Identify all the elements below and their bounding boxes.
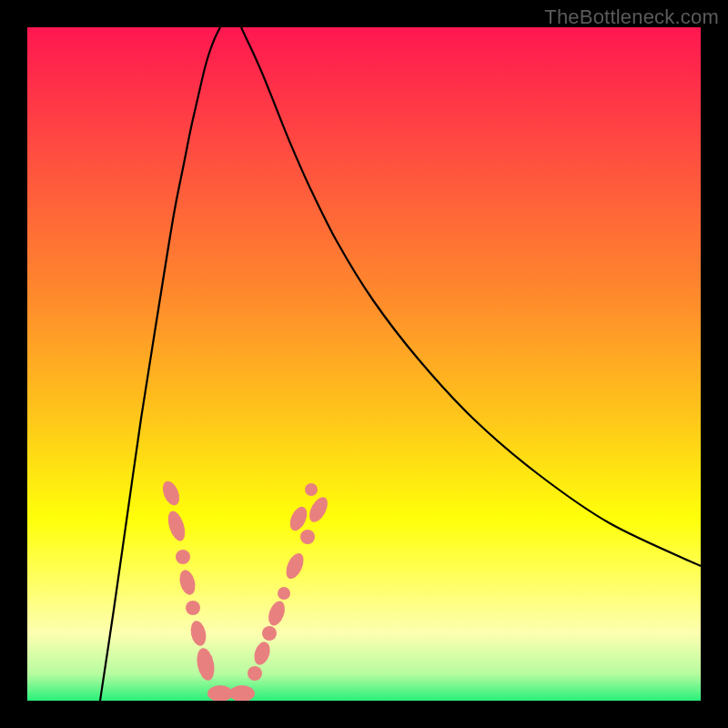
chart-frame: TheBottleneck.com (0, 0, 728, 728)
data-marker (262, 626, 277, 641)
left-curve (100, 27, 220, 701)
data-marker (305, 483, 318, 496)
watermark-text: TheBottleneck.com (544, 5, 719, 29)
data-marker (283, 551, 308, 581)
data-marker (266, 599, 288, 628)
data-marker (176, 550, 190, 564)
data-marker (186, 601, 200, 615)
data-marker (195, 647, 217, 682)
data-marker (188, 620, 207, 648)
markers (159, 479, 331, 701)
data-marker (207, 685, 233, 701)
data-marker (177, 568, 198, 596)
data-marker (159, 479, 182, 508)
plot-area (27, 27, 701, 701)
data-marker (287, 504, 310, 533)
chart-svg (27, 27, 701, 701)
data-marker (306, 494, 331, 525)
data-marker (278, 587, 290, 600)
data-marker (165, 509, 188, 542)
data-marker (300, 530, 315, 544)
data-marker (248, 666, 262, 681)
data-marker (251, 640, 272, 667)
data-marker (229, 685, 255, 701)
